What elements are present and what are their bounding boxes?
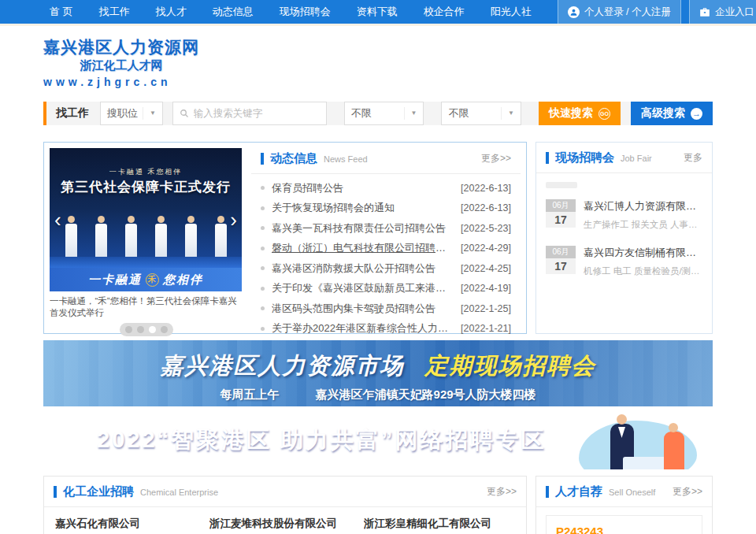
carousel-slide[interactable]: 一卡融通 禾您相伴 第三代社会保障卡正式发行 一卡融通 禾 您相	[50, 148, 242, 291]
carousel-next-arrow[interactable]: ›	[230, 210, 237, 230]
top-nav-bar: 首 页 找工作 找人才 动态信息 现场招聘会 资料下载 校企合作 阳光人社 个	[0, 0, 756, 24]
news-item-date: [2022-6-13]	[461, 183, 511, 194]
chemical-title: 化工企业招聘	[63, 484, 134, 499]
banner1-address: 嘉兴港区乍浦镇天妃路929号人防大楼四楼	[316, 388, 536, 401]
nav-link[interactable]: 动态信息	[213, 0, 272, 24]
blue-bar-icon	[54, 486, 57, 498]
job-fair-more-link[interactable]: 更多	[684, 151, 702, 165]
company-name[interactable]: 浙江彩皇精细化工有限公司	[364, 517, 518, 531]
company-entry[interactable]: 浙江麦堆科技股份有限公司 销售专员 会计 土建主管	[209, 517, 364, 534]
nav-link[interactable]: 找人才	[156, 0, 205, 24]
type-filter-select[interactable]: 不限 ▼	[441, 102, 521, 125]
news-item-title[interactable]: 关于恢复现场招聘会的通知	[272, 201, 453, 215]
chevron-down-icon: ▼	[501, 107, 514, 120]
news-list: 保育员招聘公告 [2022-6-13] 关于恢复现场招聘会的通知 [2022-6…	[251, 174, 521, 339]
nav-link[interactable]: 校企合作	[424, 0, 483, 24]
company-entry[interactable]: 浙江彩皇精细化工有限公司 普工（制造科） 营业担当	[364, 517, 518, 534]
online-recruitment-banner[interactable]: 2022“智聚港区 助力共富”网络招聘专区	[43, 411, 713, 469]
carousel-dot[interactable]	[125, 326, 132, 333]
applicant-figure	[664, 432, 684, 469]
slide-title: 第三代社会保障卡正式发行	[50, 178, 242, 196]
nav-link[interactable]: 现场招聘会	[280, 0, 349, 24]
person-figure	[213, 216, 228, 261]
slide-stage	[50, 257, 242, 268]
company-name[interactable]: 嘉兴四方友信制桶有限公司	[584, 246, 702, 260]
search-input[interactable]	[194, 108, 320, 119]
chemical-enterprise-panel: 化工企业招聘 Chemical Enterprise 更多>> 嘉兴石化有限公司…	[43, 476, 527, 534]
search-icon	[180, 109, 189, 118]
news-header: 动态信息 News Feed 更多>>	[251, 148, 521, 174]
news-item-title[interactable]: 关于印发《嘉兴港区鼓励新员工来港就业补助操作...	[272, 281, 453, 295]
carousel-prev-arrow[interactable]: ‹	[54, 210, 61, 230]
carousel-dot[interactable]	[149, 326, 156, 333]
quick-search-button[interactable]: 快速搜索 GO	[539, 102, 621, 125]
talent-card[interactable]: P243243 男 ｜ 嘉兴市->嘉兴港区 ｜ 八年以上	[546, 515, 702, 534]
news-item[interactable]: 嘉兴港区消防救援大队公开招聘公告 [2022-4-25]	[261, 258, 511, 279]
news-item[interactable]: 保育员招聘公告 [2022-6-13]	[261, 178, 511, 198]
personal-login-button[interactable]: 个人登录 / 个人注册	[558, 0, 681, 24]
location-filter-select[interactable]: 不限 ▼	[344, 102, 424, 125]
news-item-title[interactable]: 保育员招聘公告	[272, 181, 453, 195]
job-fair-item[interactable]: 06月 17 嘉兴四方友信制桶有限公司 机修工 电工 质量检验员/测试员 叉车.…	[536, 237, 712, 284]
company-name[interactable]: 嘉兴汇博人力资源有限公司	[584, 199, 702, 213]
news-more-link[interactable]: 更多>>	[481, 152, 511, 165]
carousel-caption[interactable]: 一卡融通，“禾”您相伴！第三代社会保障卡嘉兴首发仪式举行	[50, 295, 243, 319]
slide-banner-left: 一卡融通	[88, 273, 142, 287]
enterprise-entry-button[interactable]: 企业入口	[689, 0, 756, 24]
carousel-dots	[120, 323, 173, 336]
nav-link[interactable]: 阳光人社	[491, 0, 550, 24]
company-name[interactable]: 浙江麦堆科技股份有限公司	[209, 517, 364, 531]
bullet-icon	[261, 206, 265, 210]
news-item-title[interactable]: 港区码头范围内集卡驾驶员招聘公告	[272, 302, 453, 316]
slide-people-illustration	[50, 216, 242, 261]
nav-link[interactable]: 资料下载	[357, 0, 416, 24]
job-fair-info: 嘉兴四方友信制桶有限公司 机修工 电工 质量检验员/测试员 叉车...	[584, 246, 702, 277]
slide-bottom-banner: 一卡融通 禾 您相伴	[50, 268, 242, 291]
news-item[interactable]: 磐动（浙江）电气科技有限公司招聘公告 [2022-4-29]	[261, 239, 511, 259]
news-item-title[interactable]: 嘉兴港区消防救援大队公开招聘公告	[272, 261, 453, 276]
carousel-dot[interactable]	[161, 326, 168, 333]
search-category-value: 搜职位	[107, 106, 138, 121]
search-category-select[interactable]: 搜职位 ▼	[100, 102, 163, 125]
talent-header: 人才自荐 Sell Oneself 更多>>	[536, 477, 712, 507]
news-item-date: [2022-6-13]	[461, 202, 511, 213]
keyword-search-field[interactable]	[172, 102, 327, 125]
banner1-title: 嘉兴港区人力资源市场 定期现场招聘会	[43, 340, 713, 382]
carousel-dot[interactable]	[137, 326, 144, 333]
news-item[interactable]: 港区码头范围内集卡驾驶员招聘公告 [2022-1-25]	[261, 299, 511, 319]
job-list: 机修工 电工 质量检验员/测试员 叉车...	[584, 265, 702, 277]
talent-more-link[interactable]: 更多>>	[673, 485, 702, 499]
date-badge-month: 06月	[546, 199, 576, 212]
news-feed: 动态信息 News Feed 更多>> 保育员招聘公告 [2022-6-13]	[251, 148, 521, 328]
nav-link[interactable]: 找工作	[99, 0, 148, 24]
news-item-title[interactable]: 关于举办2022年港区新春综合性人力资源暨春风...	[272, 321, 453, 336]
news-item-title[interactable]: 磐动（浙江）电气科技有限公司招聘公告	[272, 241, 453, 255]
job-fair-banner[interactable]: 嘉兴港区人力资源市场 定期现场招聘会 每周五上午 嘉兴港区乍浦镇天妃路929号人…	[43, 340, 713, 406]
blue-bar-icon	[546, 486, 549, 498]
news-item[interactable]: 关于举办2022年港区新春综合性人力资源暨春风... [2022-1-21]	[261, 319, 511, 339]
talent-id[interactable]: P243243	[556, 525, 692, 534]
enterprise-entry-label: 企业入口	[715, 6, 754, 19]
site-logo[interactable]: 嘉兴港区人力资源网 浙江化工人才网 www.zjhgrc.cn	[43, 37, 199, 91]
company-name[interactable]: 嘉兴石化有限公司	[55, 517, 209, 531]
company-entry[interactable]: 嘉兴石化有限公司 工艺员 设备管理 门卫（残疾工）	[55, 517, 209, 534]
advanced-search-button[interactable]: 高级搜索 →	[631, 102, 713, 125]
person-icon	[568, 6, 580, 18]
news-item-date: [2022-4-25]	[461, 263, 511, 274]
carousel: 一卡融通 禾您相伴 第三代社会保障卡正式发行 一卡融通 禾 您相	[50, 148, 243, 328]
talent-title: 人才自荐	[555, 484, 602, 499]
news-item[interactable]: 嘉兴美一瓦科技有限责任公司招聘公告 [2022-5-23]	[261, 218, 511, 239]
job-fair-item[interactable]: 06月 17 嘉兴汇博人力资源有限公司 生产操作工 报关文员 人事行政助理...	[536, 191, 712, 237]
person-figure	[64, 216, 78, 261]
bullet-icon	[261, 306, 265, 310]
chevron-down-icon: ▼	[404, 107, 417, 120]
banner1-title-white: 嘉兴港区人力资源市场	[160, 353, 404, 378]
nav-link[interactable]: 首 页	[50, 0, 91, 24]
company-list: 嘉兴石化有限公司 工艺员 设备管理 门卫（残疾工） 浙江麦堆科技股份有限公司 销…	[44, 507, 526, 534]
news-item[interactable]: 关于恢复现场招聘会的通知 [2022-6-13]	[261, 198, 511, 219]
news-item-title[interactable]: 嘉兴美一瓦科技有限责任公司招聘公告	[272, 221, 453, 235]
type-filter-value: 不限	[448, 106, 469, 121]
chemical-more-link[interactable]: 更多>>	[487, 485, 517, 499]
news-item[interactable]: 关于印发《嘉兴港区鼓励新员工来港就业补助操作... [2022-4-19]	[261, 279, 511, 299]
briefcase-icon	[699, 7, 710, 17]
